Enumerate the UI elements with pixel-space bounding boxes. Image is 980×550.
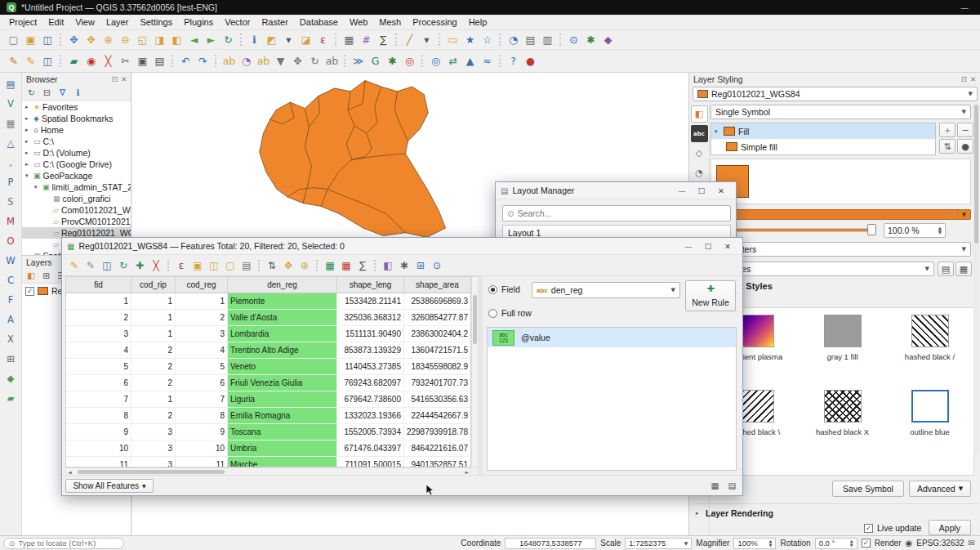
new-project-button[interactable]: ▢ — [5, 31, 22, 48]
python-console-button[interactable]: ≫ — [350, 52, 367, 69]
new-shapefile-button[interactable]: ▰ — [2, 390, 19, 406]
unit-combo[interactable]: Millimeters ▼ — [710, 242, 971, 257]
table-cell[interactable]: 8 — [176, 408, 228, 424]
show-all-features-button[interactable]: Show All Features ▼ — [65, 479, 154, 493]
style-hashed-black-x[interactable]: hashed black X — [799, 387, 886, 462]
layer-visibility-checkbox[interactable]: ✓ — [25, 287, 34, 296]
open-data-source-manager-button[interactable]: ▤ — [2, 76, 19, 92]
add-symbol-layer-button[interactable]: ＋ — [939, 123, 956, 137]
symbol-node-fill[interactable]: ▾ Fill — [711, 123, 935, 139]
table-cell[interactable]: 4 — [176, 342, 228, 359]
table-cell[interactable]: 2 — [131, 359, 176, 375]
table-cell[interactable]: 5416530356.63 — [404, 391, 470, 408]
expander-icon[interactable]: ▸ — [25, 127, 31, 133]
table-cell[interactable]: 11 — [66, 457, 131, 467]
qfield-sync-button[interactable]: ⇄ — [444, 52, 461, 69]
layer-labeling-button[interactable]: ab — [220, 52, 238, 69]
add-postgis-button[interactable]: P — [2, 174, 19, 190]
table-cell[interactable]: 5 — [176, 359, 228, 375]
column-header[interactable]: fid — [66, 277, 131, 293]
move-selection-top-button[interactable]: ⇅ — [264, 257, 280, 274]
apply-button[interactable]: Apply — [929, 520, 971, 535]
opacity-slider-handle[interactable] — [867, 224, 876, 235]
table-cell[interactable]: 1140453.27385 — [337, 359, 404, 375]
table-cell[interactable]: 1 — [66, 293, 131, 310]
close-button[interactable]: ✕ — [711, 182, 731, 199]
column-header[interactable]: shape_area — [404, 277, 470, 293]
identify-features-button[interactable]: ℹ — [246, 31, 263, 48]
statistical-summary-button[interactable]: ∑ — [375, 31, 392, 48]
maximize-button[interactable]: ☐ — [698, 238, 718, 254]
undock-panel-icon[interactable]: ⊡ — [961, 75, 967, 83]
add-spatialite-button[interactable]: S — [2, 194, 19, 210]
multi-edit-button[interactable]: ✎ — [82, 257, 99, 274]
style-manager-button[interactable]: ◆ — [599, 31, 617, 48]
menu-item[interactable]: Vector — [219, 16, 256, 29]
add-virtual-layer-button[interactable]: ⊞ — [2, 351, 19, 367]
browser-tree-item[interactable]: ▸ ▭ D:\ (Volume) — [22, 147, 131, 159]
profile-tool-button[interactable]: ≈ — [479, 52, 496, 69]
fill-color-button[interactable]: ▼ — [710, 209, 971, 220]
table-cell[interactable]: Piemonte — [228, 293, 337, 310]
table-cell[interactable]: 3 — [131, 457, 176, 467]
table-cell[interactable]: Emilia Romagna — [228, 408, 337, 424]
table-cell[interactable]: 7932401707.73 — [404, 375, 470, 391]
table-cell[interactable]: 3 — [176, 326, 228, 342]
zoom-in-button[interactable]: ⊕ — [100, 31, 117, 48]
minimize-button[interactable]: — — [679, 238, 698, 254]
layer-diagram-button[interactable]: ◔ — [238, 52, 255, 69]
table-cell[interactable]: 1 — [131, 391, 176, 408]
move-label-button[interactable]: ✥ — [289, 52, 306, 69]
refresh-map-button[interactable]: ↻ — [220, 31, 237, 48]
attribute-table-titlebar[interactable]: ▦ Reg01012021_WGS84 — Features Total: 20… — [62, 238, 742, 255]
add-mssql-button[interactable]: M — [2, 213, 19, 230]
table-cell[interactable]: 325036.368312 — [337, 310, 404, 326]
table-cell[interactable]: 1533428.21141 — [337, 293, 404, 310]
mesh-plugin-button[interactable]: ▲ — [461, 52, 479, 69]
layout-search-input[interactable] — [517, 208, 726, 218]
georeferencer-button[interactable]: ◎ — [401, 52, 418, 69]
table-cell[interactable]: 7 — [176, 391, 228, 408]
locator-search-button[interactable]: ⊙ — [565, 31, 582, 48]
style-filter-combo[interactable]: Favorites ▼ — [710, 262, 934, 276]
table-row[interactable]: 8 2 8 Emilia Romagna 1332023.19366 22444… — [66, 408, 470, 424]
actions-button[interactable]: ✱ — [396, 257, 412, 274]
menu-item[interactable]: Raster — [256, 16, 293, 29]
table-cell[interactable]: 3 — [131, 424, 176, 440]
spinner-arrows-icon[interactable]: ▲▼ — [938, 226, 942, 235]
menu-item[interactable]: Layer — [100, 16, 135, 29]
maximize-button[interactable]: ☐ — [692, 182, 711, 199]
add-wms-button[interactable]: W — [2, 253, 19, 269]
add-group-button[interactable]: ⊞ — [39, 269, 52, 283]
save-symbol-button[interactable]: Save Symbol — [832, 481, 904, 497]
expander-icon[interactable]: ▸ — [696, 510, 702, 516]
table-row[interactable]: 7 1 7 Liguria 679642.738600 5416530356.6… — [66, 391, 470, 408]
field-calculator-button[interactable]: # — [358, 31, 375, 48]
table-row[interactable]: 11 3 11 Marche 711091.500015 9401352857.… — [66, 457, 470, 467]
open-attribute-table-button[interactable]: ▦ — [341, 31, 358, 48]
browser-tree-item[interactable]: ▾ ▣ limiti_admin_STAT_2021_WGS84.gpkg — [22, 181, 131, 193]
table-row[interactable]: 1 1 1 Piemonte 1533428.21141 25386696869… — [66, 293, 470, 310]
scrollbar-thumb[interactable] — [473, 295, 477, 344]
messages-icon[interactable]: ✉ — [969, 539, 975, 548]
close-panel-icon[interactable]: ✕ — [121, 75, 127, 83]
scrollbar-thumb[interactable] — [974, 105, 978, 244]
zoom-last-button[interactable]: ◄ — [185, 31, 203, 48]
spinner-arrows-icon[interactable]: ▲▼ — [769, 539, 773, 547]
advanced-button[interactable]: Advanced▼ — [909, 481, 971, 497]
filter-form-button[interactable]: ▤ — [238, 257, 255, 274]
new-geopackage-button[interactable]: ◆ — [2, 370, 19, 387]
add-feature-button[interactable]: ✚ — [131, 257, 148, 274]
table-cell[interactable]: 679642.738600 — [337, 391, 404, 408]
add-arcgis-button[interactable]: A — [2, 311, 19, 328]
table-cell[interactable]: 10 — [176, 440, 228, 457]
browser-tree-item[interactable]: ▦ colori_grafici — [22, 193, 131, 204]
save-edits-button[interactable]: ◫ — [99, 257, 115, 274]
expander-icon[interactable]: ▾ — [34, 184, 40, 190]
field-radio[interactable] — [488, 285, 497, 294]
tab-3d-view[interactable]: ◇ — [691, 145, 708, 162]
table-cell[interactable]: 6 — [66, 375, 131, 391]
collapse-all-button[interactable]: ⊟ — [40, 86, 54, 100]
table-cell[interactable]: 1511131.90490 — [337, 326, 404, 342]
search-table-button[interactable]: ⊙ — [429, 257, 445, 274]
